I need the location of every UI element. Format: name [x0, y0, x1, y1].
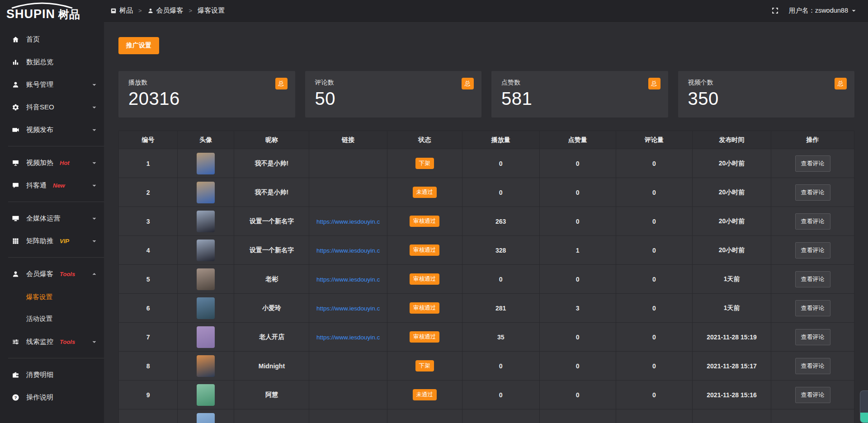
promo-settings-button[interactable]: 推广设置	[118, 37, 159, 54]
video-link[interactable]: https://www.iesdouyin.c	[316, 305, 380, 312]
likes-cell: 1	[539, 236, 616, 265]
video-link[interactable]: https://www.iesdouyin.c	[316, 276, 380, 283]
comments-cell: 0	[616, 178, 692, 207]
sidebar-item-account-management[interactable]: 账号管理	[0, 73, 104, 96]
view-comments-button[interactable]: 查看评论	[795, 184, 830, 201]
view-comments-button[interactable]: 查看评论	[795, 155, 830, 172]
sidebar-item-douyin-seo[interactable]: 抖音SEO	[0, 96, 104, 118]
sidebar-item-clue-monitor[interactable]: 线索监控Tools	[0, 330, 104, 353]
sidebar-item-label: 矩阵助推	[26, 237, 53, 245]
sidebar-item-all-media-operation[interactable]: 全媒体运营	[0, 207, 104, 230]
view-comments-button[interactable]: 查看评论	[795, 271, 830, 287]
sliders-icon	[12, 338, 19, 346]
video-link[interactable]: https://www.iesdouyin.c	[316, 247, 380, 254]
status-badge: 审核通过	[410, 244, 439, 256]
status-badge: 未通过	[413, 389, 437, 400]
status-cell: 审核通过	[387, 236, 462, 265]
table-row: 5老彬https://www.iesdouyin.c审核通过0001天前查看评论	[119, 265, 854, 294]
breadcrumb-separator: >	[189, 7, 193, 14]
avatar	[197, 384, 215, 406]
view-comments-button[interactable]: 查看评论	[795, 358, 830, 374]
time-cell: 2021-11-28 15:16	[693, 381, 771, 409]
sidebar-item-matrix-boost[interactable]: 矩阵助推VIP	[0, 230, 104, 252]
table-row: 1我不是小帅!下架00020小时前查看评论	[119, 149, 854, 178]
plays-cell: 0	[462, 352, 539, 381]
sidebar-item-video-publish[interactable]: 视频发布	[0, 118, 104, 141]
sidebar-submenu: 爆客设置活动设置	[0, 285, 104, 330]
user-menu[interactable]: 用户名：zswodun88	[789, 6, 856, 15]
floating-widget[interactable]	[860, 390, 868, 423]
column-header: 发布时间	[693, 131, 771, 149]
table-body: 1我不是小帅!下架00020小时前查看评论2我不是小帅!未通过00020小时前查…	[119, 149, 854, 423]
member-icon	[12, 270, 19, 278]
plays-cell: 0	[462, 178, 539, 207]
link-cell	[309, 409, 387, 423]
table-head-row: 编号头像昵称链接状态播放量点赞量评论量发布时间操作	[119, 131, 854, 149]
grid-icon	[12, 237, 19, 245]
sidebar-subitem-activity-settings[interactable]: 活动设置	[0, 308, 104, 329]
action-cell: 查看评论	[771, 294, 854, 323]
breadcrumb-item-shupin[interactable]: 树品	[110, 6, 133, 15]
view-comments-button[interactable]: 查看评论	[795, 300, 830, 316]
sidebar-subitem-baoke-settings[interactable]: 爆客设置	[0, 286, 104, 308]
stat-card: 评论数50总	[305, 71, 482, 118]
sidebar-item-label: 抖音SEO	[26, 103, 54, 112]
view-comments-button[interactable]: 查看评论	[795, 213, 830, 230]
view-comments-button[interactable]: 查看评论	[795, 242, 830, 258]
nickname-cell	[234, 409, 309, 423]
avatar	[197, 326, 215, 348]
table-row: 2我不是小帅!未通过00020小时前查看评论	[119, 178, 854, 207]
column-header: 状态	[387, 131, 462, 149]
sidebar-item-home[interactable]: 首页	[0, 28, 104, 51]
video-link[interactable]: https://www.iesdouyin.c	[316, 334, 380, 341]
action-cell: 查看评论	[771, 381, 854, 409]
column-header: 点赞量	[539, 131, 616, 149]
username-label: 用户名：zswodun88	[789, 6, 848, 15]
fullscreen-icon[interactable]	[771, 7, 779, 14]
status-badge: 审核通过	[410, 216, 439, 227]
view-comments-button[interactable]: 查看评论	[795, 329, 830, 345]
avatar	[197, 153, 215, 174]
link-cell	[309, 149, 387, 178]
link-cell: https://www.iesdouyin.c	[309, 265, 387, 294]
sidebar-item-data-overview[interactable]: 数据总览	[0, 51, 104, 73]
user-icon	[12, 81, 19, 89]
breadcrumb-item-member-baoke[interactable]: 会员爆客	[147, 6, 184, 15]
nickname-cell: 我不是小帅!	[234, 178, 309, 207]
avatar-cell	[178, 178, 234, 207]
stat-card: 播放数20316总	[118, 71, 295, 118]
sidebar-item-video-heating[interactable]: 视频加热Hot	[0, 151, 104, 174]
sidebar-item-badge: VIP	[60, 238, 69, 244]
video-icon	[12, 126, 19, 134]
action-cell: 查看评论	[771, 236, 854, 265]
sidebar-item-member-baoke[interactable]: 会员爆客Tools	[0, 263, 104, 285]
sidebar-item-operation-guide[interactable]: ?操作说明	[0, 386, 104, 409]
svg-text:?: ?	[14, 395, 17, 400]
view-comments-button[interactable]: 查看评论	[795, 387, 830, 403]
chevron-down-icon	[92, 82, 97, 87]
likes-cell: 3	[539, 294, 616, 323]
nickname-cell: 老人开店	[234, 323, 309, 352]
column-header: 播放量	[462, 131, 539, 149]
sidebar-item-douketong[interactable]: 抖客通New	[0, 174, 104, 197]
status-cell: 未通过	[387, 178, 462, 207]
stat-label: 播放数	[128, 79, 285, 87]
comments-cell: 0	[616, 352, 692, 381]
sidebar-item-consumption-detail[interactable]: 消费明细	[0, 363, 104, 386]
sidebar: SHUPIN 树品 首页数据总览账号管理抖音SEO视频发布视频加热Hot抖客通N…	[0, 0, 104, 423]
status-cell: 未通过	[387, 381, 462, 409]
sidebar-item-label: 视频加热	[26, 159, 53, 167]
breadcrumb-item-baoke-settings[interactable]: 爆客设置	[198, 6, 225, 15]
column-header: 昵称	[234, 131, 309, 149]
column-header: 编号	[119, 131, 178, 149]
content: 推广设置 播放数20316总评论数50总点赞数581总视频个数350总 编号头像…	[104, 22, 868, 423]
topbar-right: 用户名：zswodun88	[771, 6, 856, 15]
display-icon	[12, 159, 19, 167]
sidebar-item-label: 消费明细	[26, 371, 53, 379]
avatar	[197, 211, 215, 232]
logo[interactable]: SHUPIN 树品	[0, 0, 104, 24]
likes-cell: 0	[539, 178, 616, 207]
video-link[interactable]: https://www.iesdouyin.c	[316, 218, 380, 225]
main-column: 树品>会员爆客>爆客设置 用户名：zswodun88 推广设置 播放数20316…	[104, 0, 868, 423]
time-cell: 20小时前	[693, 149, 771, 178]
